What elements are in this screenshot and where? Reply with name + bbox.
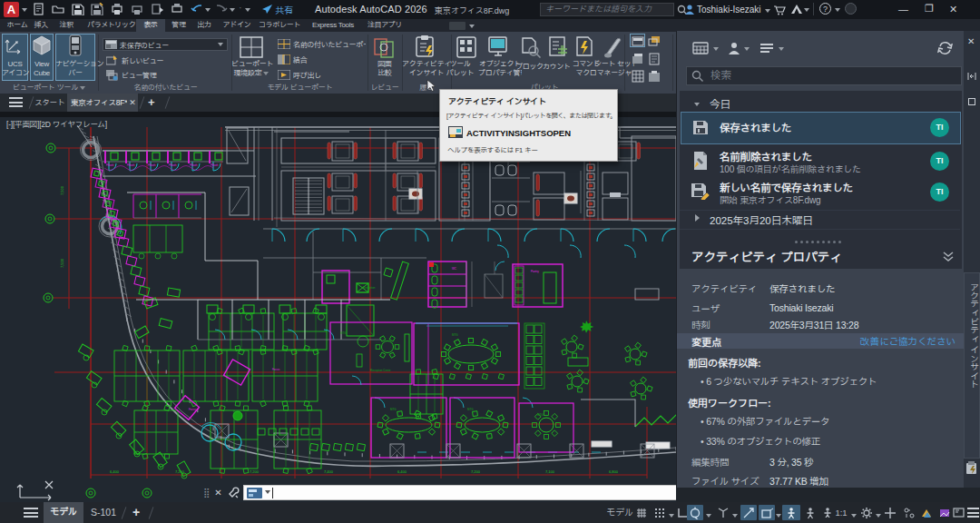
svg-text:WC: WC	[452, 267, 457, 271]
svg-text:7,200: 7,200	[471, 469, 481, 474]
svg-text:7,500: 7,500	[60, 258, 64, 268]
svg-text:MTG: MTG	[340, 331, 347, 335]
svg-text:7,500: 7,500	[60, 185, 64, 195]
svg-text:PBooth: PBooth	[127, 163, 135, 167]
svg-text:7,400: 7,400	[324, 469, 334, 474]
svg-text:MTG: MTG	[537, 413, 544, 417]
svg-text:MTG: MTG	[452, 333, 458, 337]
svg-text:MTG: MTG	[390, 408, 397, 411]
svg-text:6,800: 6,800	[609, 469, 619, 474]
svg-text:6,400: 6,400	[110, 469, 120, 474]
svg-text:PBooth: PBooth	[106, 163, 114, 167]
svg-text:6,400: 6,400	[397, 469, 407, 474]
svg-text:Focus: Focus	[189, 408, 197, 411]
svg-text:PBooth: PBooth	[169, 163, 177, 167]
svg-text:PBooth: PBooth	[148, 163, 156, 167]
svg-text:7,200: 7,200	[250, 469, 260, 474]
svg-text:7,100: 7,100	[545, 469, 555, 474]
svg-text:Reception: Reception	[363, 286, 376, 290]
svg-text:PBooth: PBooth	[190, 163, 198, 167]
svg-text:Pantry: Pantry	[531, 270, 539, 273]
svg-text:Reception Cente: Reception Cente	[370, 369, 391, 372]
svg-text:MTG: MTG	[467, 408, 474, 411]
svg-text:Focus: Focus	[272, 368, 280, 371]
